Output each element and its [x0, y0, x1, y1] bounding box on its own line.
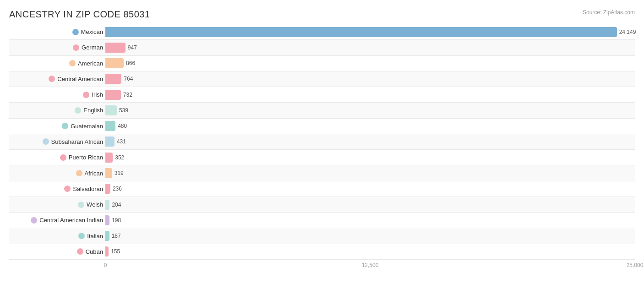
bar-label: Italian — [9, 233, 105, 240]
bar-row: African319 — [9, 165, 635, 181]
label-dot-icon — [78, 202, 84, 208]
bar: 539 — [105, 105, 117, 115]
label-dot-icon — [78, 233, 85, 239]
label-text: Welsh — [87, 201, 103, 208]
label-text: Italian — [87, 233, 103, 240]
label-dot-icon — [69, 60, 76, 66]
label-text: German — [82, 44, 103, 51]
bar-row: Salvadoran236 — [9, 181, 635, 197]
label-dot-icon — [73, 44, 79, 51]
label-dot-icon — [72, 29, 79, 35]
bar-row: Central American Indian198 — [9, 213, 635, 228]
label-dot-icon — [64, 186, 71, 192]
label-dot-icon — [76, 170, 82, 176]
bar-row: Guatemalan480 — [9, 119, 635, 134]
bar-wrapper: 198 — [105, 213, 635, 228]
bar-wrapper: 539 — [105, 103, 635, 118]
label-text: African — [85, 170, 103, 177]
bar-value-label: 204 — [112, 202, 121, 208]
bar: 319 — [105, 168, 112, 178]
bar-row: Welsh204 — [9, 197, 635, 213]
bar-value-label: 732 — [123, 92, 132, 98]
bar: 732 — [105, 90, 121, 100]
x-axis-tick: 25,000 — [627, 262, 644, 268]
bar-row: Irish732 — [9, 87, 635, 103]
bar-row: English539 — [9, 103, 635, 118]
bar: 204 — [105, 200, 109, 210]
x-axis-tick: 12,500 — [362, 262, 379, 268]
bar: 352 — [105, 153, 113, 163]
label-text: Mexican — [81, 28, 103, 35]
bar-label: Welsh — [9, 201, 105, 208]
bar-wrapper: 732 — [105, 87, 635, 102]
label-dot-icon — [83, 92, 89, 98]
label-dot-icon — [43, 138, 49, 145]
chart-area: Mexican24,149German947American866Central… — [9, 24, 635, 269]
bar-label: English — [9, 107, 105, 114]
bar-label: Mexican — [9, 28, 105, 35]
bar: 866 — [105, 58, 124, 68]
bar-row: Cuban155 — [9, 244, 635, 260]
bar-value-label: 187 — [112, 233, 121, 239]
bar-row: American866 — [9, 56, 635, 71]
bar-value-label: 539 — [119, 107, 128, 114]
bars-section: Mexican24,149German947American866Central… — [9, 24, 635, 260]
bar: 764 — [105, 74, 121, 84]
label-text: Salvadoran — [73, 186, 103, 192]
x-axis: 012,50025,000 — [105, 260, 635, 269]
bar-row: Subsaharan African431 — [9, 134, 635, 150]
bar-value-label: 764 — [124, 76, 133, 82]
bar: 187 — [105, 231, 109, 241]
label-dot-icon — [49, 76, 55, 82]
chart-title: ANCESTRY IN ZIP CODE 85031 — [9, 9, 635, 20]
bar-wrapper: 764 — [105, 71, 635, 87]
bar-label: Irish — [9, 91, 105, 98]
bar-wrapper: 480 — [105, 119, 635, 134]
bar-label: African — [9, 170, 105, 177]
bar: 431 — [105, 137, 115, 147]
bar-value-label: 319 — [115, 170, 124, 176]
bar-row: German947 — [9, 40, 635, 55]
bar-row: Mexican24,149 — [9, 24, 635, 40]
label-text: American — [78, 60, 103, 67]
bar-row: Italian187 — [9, 228, 635, 244]
bar-label: Salvadoran — [9, 186, 105, 192]
chart-container: ANCESTRY IN ZIP CODE 85031 Source: ZipAt… — [0, 0, 644, 295]
label-text: Subsaharan African — [51, 138, 103, 145]
label-text: English — [83, 107, 103, 114]
label-text: Cuban — [86, 248, 103, 255]
bar-wrapper: 204 — [105, 197, 635, 212]
bar-wrapper: 431 — [105, 134, 635, 149]
bar-wrapper: 352 — [105, 150, 635, 165]
bar-value-label: 236 — [113, 186, 122, 192]
bar-row: Central American764 — [9, 71, 635, 87]
bar-value-label: 947 — [128, 44, 137, 51]
label-dot-icon — [77, 248, 83, 255]
bar: 155 — [105, 246, 109, 257]
label-dot-icon — [31, 217, 37, 224]
bar-row: Puerto Rican352 — [9, 150, 635, 165]
bar-wrapper: 866 — [105, 56, 635, 71]
bar-value-label: 431 — [117, 138, 126, 145]
bar-wrapper: 236 — [105, 181, 635, 197]
bar-value-label: 198 — [112, 217, 121, 224]
bar: 480 — [105, 121, 115, 131]
label-text: Puerto Rican — [69, 154, 103, 161]
bar: 198 — [105, 215, 109, 225]
bar-wrapper: 947 — [105, 40, 635, 55]
label-text: Guatemalan — [71, 123, 103, 130]
bar-label: Puerto Rican — [9, 154, 105, 161]
bar-label: Subsaharan African — [9, 138, 105, 145]
bar-value-label: 155 — [111, 248, 120, 255]
bar-value-label: 866 — [126, 60, 135, 66]
label-dot-icon — [60, 154, 66, 161]
bar-wrapper: 24,149 — [105, 24, 635, 39]
label-text: Central American — [57, 76, 103, 82]
bar-label: Central American — [9, 76, 105, 82]
bar-label: Central American Indian — [9, 217, 105, 224]
x-axis-tick: 0 — [104, 262, 107, 268]
bar-label: Cuban — [9, 248, 105, 255]
bar: 947 — [105, 43, 126, 53]
label-text: Central American Indian — [39, 217, 103, 224]
bar-label: American — [9, 60, 105, 67]
